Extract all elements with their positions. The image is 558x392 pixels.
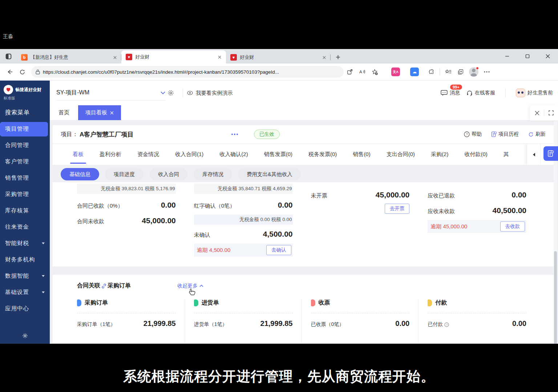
help-link[interactable]: ? 帮助 — [464, 131, 482, 138]
project-title-bar: 项目： A客户智慧工厂项目 已生效 ? 帮助 项目历程 — [53, 125, 554, 144]
org-settings-gear-icon[interactable] — [167, 90, 174, 96]
sidebar-item-smart-tax[interactable]: 智能财税 — [0, 236, 50, 251]
help-circle-icon[interactable]: ? — [444, 322, 449, 327]
go-invoice-button[interactable]: 去开票 — [385, 204, 410, 214]
purchase-linkage-panel: 合同关联 采购订单 收起更多 — [53, 275, 554, 343]
sidebar-item-data-intel[interactable]: 数据智能 — [0, 269, 50, 283]
window-controls — [497, 49, 558, 64]
project-history-link[interactable]: 项目历程 — [491, 131, 519, 138]
detail-tab-bar: 看板 盈利分析 资金情况 收入合同(1) 收入确认(2) 销售发票(0) 税务发… — [53, 144, 554, 165]
chevron-down-icon — [42, 291, 45, 293]
sidebar-item-contract[interactable]: 合同管理 — [0, 138, 50, 153]
sidebar-item-purchase[interactable]: 采购管理 — [0, 187, 50, 202]
messages-button[interactable]: 消息 99+ — [441, 90, 460, 96]
read-aloud-icon[interactable]: A — [356, 66, 368, 78]
tab-purchase[interactable]: 采购(2) — [431, 151, 448, 158]
tab-income-contract[interactable]: 收入合同(1) — [175, 151, 203, 158]
sidebar-gear-icon[interactable] — [0, 333, 50, 339]
tag-icon — [194, 299, 198, 306]
sidebar-item-customer[interactable]: 客户管理 — [0, 155, 50, 169]
sidebar-item-inventory[interactable]: 库存核算 — [0, 204, 50, 218]
tab-income-confirm[interactable]: 收入确认(2) — [219, 151, 248, 158]
fullscreen-icon[interactable] — [544, 105, 558, 121]
address-bar[interactable]: https://cloud.chanjet.com/cc/u0f07putz1n… — [31, 66, 344, 78]
link-icon — [101, 283, 107, 289]
sidebar-item-settings[interactable]: 基础设置 — [0, 285, 50, 300]
org-selector[interactable]: SY-项目-WM — [56, 89, 165, 101]
messages-badge: 99+ — [450, 85, 462, 90]
purchase-card-payment: 付款 已付款 ? 0.00 — [428, 299, 526, 328]
online-support-button[interactable]: 在线客服 — [466, 90, 495, 96]
extensions-puzzle-icon[interactable] — [425, 66, 437, 78]
bottom-letterbox: 系统根据流程分开进行管理，先从商贸流程开始。 — [0, 344, 558, 392]
tab-expense-contract[interactable]: 支出合同(0) — [387, 151, 415, 158]
sidebar-search-menu[interactable]: 搜索菜单 — [0, 105, 50, 121]
workspace-tab-kanban[interactable]: 项目看板 — [78, 105, 121, 120]
sidebar-item-app-center[interactable]: 应用中心 — [0, 302, 50, 316]
tab-sales[interactable]: 销售(0) — [353, 151, 370, 158]
pill-income-contract[interactable]: 收入合同 — [149, 168, 188, 180]
watermark-name: 王淼 — [3, 33, 13, 40]
demo-link[interactable]: 我要看实例演示 — [187, 90, 233, 97]
translate-extension-icon[interactable]: 文A — [389, 66, 402, 78]
tab-search-icon[interactable] — [0, 49, 17, 64]
browser-tab-3[interactable]: ♥ 好业财 — [226, 51, 331, 64]
tab-sales-invoice[interactable]: 销售发票(0) — [264, 151, 292, 158]
close-tab-icon[interactable] — [110, 111, 114, 115]
purchase-card-invoice: 收票 已收票（0笔）0.00 — [311, 299, 410, 328]
favorites-bar-icon[interactable] — [442, 66, 454, 78]
new-tab-button[interactable] — [333, 52, 343, 62]
purchase-card-order: 采购订单 采购订单（1笔）21,999.85 — [77, 299, 176, 328]
browser-tab-2-active[interactable]: ♥ 好业财 — [121, 50, 226, 64]
pill-inventory[interactable]: 库存情况 — [194, 168, 232, 180]
tab-profit[interactable]: 盈利分析 — [100, 151, 121, 158]
collapse-more-link[interactable]: 收起更多 — [177, 283, 203, 289]
sidebar-item-funds[interactable]: 往来资金 — [0, 220, 50, 234]
tab-close-icon[interactable] — [321, 54, 327, 60]
stats-col-contract: 无税金额 39,823.01 税额 5,176.99 合同已收款（0%）0.00… — [77, 182, 176, 257]
go-confirm-button[interactable]: 去确认 — [266, 245, 291, 255]
headset-icon — [466, 90, 473, 96]
back-icon[interactable] — [4, 66, 16, 78]
scroll-left-icon[interactable] — [527, 144, 540, 165]
pill-expense[interactable]: 费用支出&其他收入 — [238, 168, 301, 180]
go-collect-button[interactable]: 去收款 — [500, 221, 525, 232]
cloud-extension-icon[interactable]: ☁ — [408, 66, 421, 78]
chanjet-logo-icon — [4, 85, 13, 94]
more-actions-icon[interactable] — [231, 134, 238, 135]
stats-panel: 无税金额 39,823.01 税额 5,176.99 合同已收款（0%）0.00… — [53, 182, 554, 266]
tab-tax-invoice[interactable]: 税务发票(0) — [308, 151, 337, 158]
project-log-float-button[interactable] — [543, 146, 558, 161]
sidebar-item-finance-org[interactable]: 财务多机构 — [0, 253, 50, 267]
favorite-star-icon[interactable] — [368, 66, 381, 78]
tab-close-icon[interactable] — [112, 54, 118, 60]
refresh-icon[interactable] — [16, 66, 28, 78]
close-all-tabs-icon[interactable] — [530, 105, 544, 121]
pill-progress[interactable]: 项目进度 — [105, 168, 143, 180]
tab-kanban[interactable]: 看板 — [73, 151, 84, 158]
sidebar-item-sales[interactable]: 销售管理 — [0, 171, 50, 185]
share-icon[interactable] — [344, 66, 356, 78]
refresh-link[interactable]: 刷新 — [528, 131, 546, 138]
sidebar-item-project[interactable]: 项目管理 — [0, 122, 48, 136]
browser-tab-1[interactable]: b 【新消息】好生意 — [17, 51, 121, 64]
workspace-tab-home[interactable]: 首页 — [50, 105, 78, 120]
tab-payments[interactable]: 收付款(0) — [464, 151, 487, 158]
scrollbar-thumb[interactable] — [554, 251, 557, 344]
stats-col-confirm: 无税金额 35,840.71 税额 4,659.29 红字确认（0笔）0.00 … — [194, 182, 293, 257]
tab-clipped[interactable]: 其 — [504, 151, 509, 158]
app-logo: 畅捷通好业财 标准版 — [0, 81, 50, 105]
browser-profile-avatar[interactable] — [469, 67, 478, 77]
presales-assistant[interactable]: 好生意售前 — [516, 89, 553, 97]
close-window-button[interactable] — [538, 49, 558, 64]
pill-basic-info[interactable]: 基础信息 — [61, 168, 99, 180]
minimize-button[interactable] — [497, 49, 517, 64]
section-title-right: 采购订单 — [108, 282, 131, 290]
collections-icon[interactable] — [454, 66, 467, 78]
maximize-button[interactable] — [517, 49, 538, 64]
overdue-amount: 逾期 45,000.00 — [430, 223, 467, 230]
video-subtitle: 系统根据流程分开进行管理，先从商贸流程开始。 — [0, 367, 558, 386]
tab-close-icon[interactable] — [217, 54, 222, 60]
tab-funds[interactable]: 资金情况 — [137, 151, 159, 158]
browser-menu-icon[interactable] — [481, 66, 493, 78]
